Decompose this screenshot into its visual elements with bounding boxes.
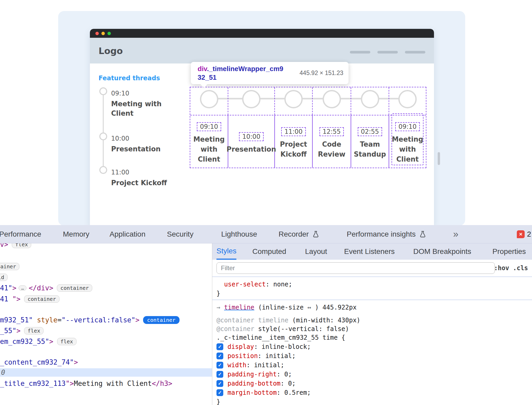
element-class-line1: ._timelineWrapper_cm9 [207,65,283,73]
style-declaration[interactable]: ✓padding-right: 0; [216,371,292,378]
dom-tree-row[interactable]: m932_51" style="--vertical:false">contai… [0,316,212,324]
dom-tree-row[interactable]: 0 [0,368,212,377]
dom-code-segment: > [17,327,21,335]
declaration-checkbox[interactable]: ✓ [216,362,223,369]
style-declaration[interactable]: ✓padding-bottom: 0; [216,380,296,387]
at-container-rule: @container style(--vertical: false) [216,325,349,333]
layout-badge[interactable]: container [0,263,19,270]
dom-code-segment: > [12,284,17,292]
inspect-tooltip: div._timelineWrapper_cm9 32_51 445.92 × … [191,62,349,84]
close-window-icon[interactable] [95,32,99,35]
timeline-item-title: Meeting with Client [389,134,426,164]
dom-tree-row[interactable]: _content_cm932_74"> [0,358,212,366]
layout-badge[interactable]: flex [57,338,77,345]
devtools-tab-application[interactable]: Application [110,225,145,243]
dom-code-segment: </div> [29,284,53,292]
error-icon[interactable]: ✕ [517,230,525,238]
dom-code-segment: _content_cm932_74" [0,358,74,366]
timeline-item-title: Project Kickoff [275,139,312,159]
more-tabs-icon[interactable]: » [453,225,458,243]
nav-placeholder-link[interactable] [350,51,370,54]
declaration-checkbox[interactable]: ✓ [216,380,223,387]
devtools-tab-performance[interactable]: Performance [0,225,41,243]
layout-badge[interactable]: flex [24,327,44,334]
site-logo: Logo [99,46,123,56]
tab-label: Application [110,230,145,238]
element-dimensions: 445.92 × 151.23 [300,70,343,77]
devtools-tab-security[interactable]: Security [167,225,193,243]
hint-query-close: ) [311,304,322,311]
layout-badge[interactable]: container [24,295,59,303]
styles-sidebar: StylesComputedLayoutEvent ListenersDOM B… [212,243,532,405]
timeline-node-icon [200,90,218,108]
layout-badge[interactable]: container [57,284,92,292]
dom-code-segment: v> [0,243,8,248]
devtools-tab-recorder[interactable]: Recorder [279,225,320,243]
devtools-tab-lighthouse[interactable]: Lighthouse [221,225,257,243]
declaration-checkbox[interactable]: ✓ [216,343,223,350]
timeline-node-icon [398,90,417,108]
timeline-node-icon [99,166,107,174]
dom-code-segment: > [135,316,140,324]
style-declaration[interactable]: ✓position: initial; [216,352,296,360]
timeline-column-text: 11:00Project Kickoff [275,115,313,168]
dom-tree-row[interactable]: 41 ">container [0,295,212,303]
page-scrollbar-thumb[interactable] [438,152,440,165]
timeline-item-title: Meeting with Client [190,134,228,164]
style-declaration[interactable]: ✓display: inline-block; [216,343,311,350]
timeline-item-time: 11:00 [281,127,306,136]
dom-tree-row[interactable]: 41">…</div>container [0,284,212,292]
timeline-item-title: Project Kickoff [111,178,171,188]
elements-tree: v>flexcontainergrid41">…</div>container4… [0,243,212,405]
vertical-timeline-item: 09:10Meeting with Client [111,89,174,118]
declaration-checkbox[interactable]: ✓ [216,353,223,359]
devtools-tab-performance-insights[interactable]: Performance insights [347,225,427,243]
maximize-window-icon[interactable] [107,32,111,35]
container-name-link[interactable]: timeline [224,304,254,311]
dom-code-segment: > [49,338,53,345]
style-declaration[interactable]: ✓margin-bottom: 0.5rem; [216,389,311,396]
css-declaration-user-select[interactable]: user-select: none; [216,281,292,288]
expand-ellipsis-button[interactable]: … [19,285,27,291]
rule-selector: ._c-timeline__item_cm932_55 time { [216,334,345,341]
timeline-node-icon [99,132,107,140]
dom-code-segment [33,316,37,324]
layout-badge[interactable]: container [143,316,179,324]
dom-tree-row[interactable]: _title_cm932_113">Meeting with Client</h… [0,379,212,388]
declaration-code: width: initial; [227,361,284,369]
devtools-tab-memory[interactable]: Memory [63,225,89,243]
declaration-code: position: initial; [227,352,296,360]
timeline-item-title: Code Review [313,139,351,159]
nav-placeholder-link[interactable] [405,51,425,54]
devtools-tabbar: PerformanceMemoryApplicationSecurityLigh… [0,225,532,243]
declaration-checkbox[interactable]: ✓ [216,371,223,378]
dom-tree-row[interactable]: _55">flex [0,327,212,335]
nav-placeholder-link[interactable] [377,51,398,54]
at-rule-keyword: @container [216,325,258,333]
declaration-code: padding-right: 0; [227,371,292,378]
vertical-timeline-item: 10:00Presentation [111,135,174,154]
style-declaration[interactable]: ✓width: initial; [216,361,284,369]
rule-close-brace: } [216,398,220,405]
layout-badge[interactable]: grid [0,274,8,281]
devtools-panel: PerformanceMemoryApplicationSecurityLigh… [0,225,532,405]
dom-tree-row[interactable]: v>flex [0,243,212,249]
container-query-hint: → timeline (inline-size ↔ ) 445.922px [216,304,357,311]
timeline-item-title: Meeting with Client [111,99,171,118]
tab-label: Lighthouse [221,230,257,238]
tab-label: Performance [0,230,41,238]
dom-tree-row[interactable]: em_cm932_55">flex [0,337,212,346]
dom-code-segment: = [57,316,62,324]
declaration-checkbox[interactable]: ✓ [216,389,223,396]
layout-badge[interactable]: flex [12,243,31,248]
dom-code-segment: _55" [0,327,17,335]
dom-code-segment: "> [66,380,74,387]
vertical-timeline-connector [103,91,104,170]
error-count[interactable]: 2 [527,225,531,243]
at-rule-condition: (min-width: 430px) [292,317,360,324]
dom-tree-row[interactable]: container [0,262,212,271]
minimize-window-icon[interactable] [101,32,105,35]
dom-code-segment: m932_51" [0,316,33,324]
dom-tree-row[interactable]: grid [0,273,212,281]
dom-code-segment: Meeting with Client [74,380,152,387]
